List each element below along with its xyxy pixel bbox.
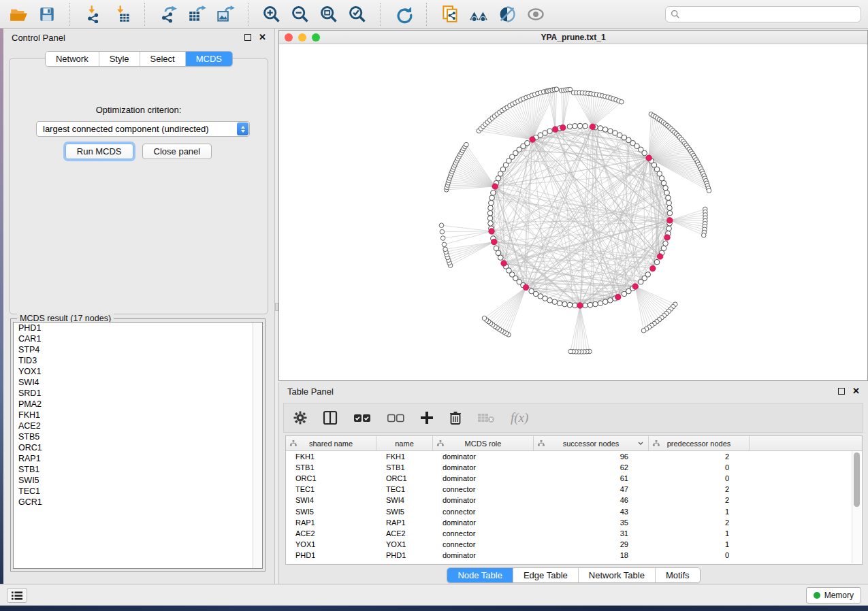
mcds-result-item[interactable]: PHD1: [14, 323, 262, 333]
hide-graphics-details-icon: [498, 5, 517, 24]
show-columns-button[interactable]: [323, 410, 338, 425]
search-input[interactable]: [684, 7, 861, 21]
duplicate-network-button[interactable]: [438, 3, 462, 26]
column-header-predecessor-nodes[interactable]: predecessor nodes: [649, 436, 750, 450]
cell-MCDS-role: dominator: [433, 496, 534, 504]
mcds-result-item[interactable]: TID3: [14, 355, 262, 366]
tab-select[interactable]: Select: [140, 52, 185, 66]
cell-MCDS-role: dominator: [433, 551, 534, 559]
network-window-titlebar[interactable]: YPA_prune.txt_1: [279, 31, 867, 44]
mcds-result-item[interactable]: SWI5: [14, 475, 262, 486]
mcds-list-scrollbar[interactable]: [253, 323, 262, 568]
column-header-shared-name[interactable]: shared name: [286, 436, 376, 450]
mcds-result-item[interactable]: FKH1: [14, 410, 262, 420]
cell-name: TEC1: [376, 485, 433, 493]
select-all-rows-button[interactable]: [353, 412, 371, 423]
mcds-result-list[interactable]: PHD1CAR1STP4TID3YOX1SWI4SRD1PMA2FKH1ACE2…: [13, 322, 263, 569]
column-header-name[interactable]: name: [376, 436, 433, 450]
node-table[interactable]: shared namenameMCDS rolesuccessor nodesp…: [285, 435, 863, 565]
tab-style[interactable]: Style: [99, 52, 140, 66]
zoom-selected-button[interactable]: [346, 3, 369, 26]
tab-node-table[interactable]: Node Table: [447, 568, 513, 582]
table-row[interactable]: STB1STB1dominator620: [286, 462, 862, 473]
mcds-result-item[interactable]: ORC1: [14, 442, 262, 453]
add-row-button[interactable]: [420, 411, 434, 425]
zoom-selected-icon: [348, 5, 367, 24]
open-file-button[interactable]: [7, 3, 30, 26]
panel-menu-button[interactable]: [7, 588, 27, 603]
toolbar-separator: [426, 3, 428, 26]
first-neighbors-button[interactable]: [467, 3, 490, 26]
mcds-result-item[interactable]: CAR1: [14, 333, 262, 344]
table-row[interactable]: ORC1ORC1dominator610: [286, 473, 862, 484]
mcds-result-item[interactable]: SWI4: [14, 377, 262, 388]
tab-network-table[interactable]: Network Table: [578, 568, 655, 582]
tab-edge-table[interactable]: Edge Table: [513, 568, 578, 582]
cell-shared-name: PHD1: [286, 551, 376, 559]
close-panel-icon[interactable]: ✕: [852, 388, 860, 395]
table-row[interactable]: SWI4SWI4dominator462: [286, 495, 862, 506]
delete-table-button[interactable]: [477, 412, 495, 424]
column-header-successor-nodes[interactable]: successor nodes: [534, 436, 649, 450]
table-row[interactable]: PHD1PHD1dominator180: [286, 550, 862, 561]
zoom-in-button[interactable]: [260, 3, 283, 26]
memory-button[interactable]: Memory: [806, 587, 861, 604]
open-file-icon: [10, 5, 28, 23]
tab-network[interactable]: Network: [46, 52, 99, 66]
mcds-result-item[interactable]: GCR1: [14, 497, 262, 508]
duplicate-network-icon: [441, 5, 460, 23]
tab-mcds[interactable]: MCDS: [185, 52, 232, 66]
export-table-button[interactable]: [185, 3, 208, 26]
close-panel-button[interactable]: Close panel: [142, 144, 212, 159]
zoom-fit-button[interactable]: [317, 3, 340, 26]
optimization-criterion-select[interactable]: largest connected component (undirected): [36, 121, 250, 137]
trash-icon: [449, 411, 462, 425]
save-session-button[interactable]: [35, 3, 59, 26]
table-scrollbar[interactable]: [852, 451, 861, 563]
delete-row-button[interactable]: [449, 411, 462, 425]
export-image-button[interactable]: [214, 3, 237, 26]
network-graph-canvas[interactable]: [279, 44, 867, 380]
tab-motifs[interactable]: Motifs: [655, 568, 700, 582]
close-panel-icon[interactable]: ✕: [259, 34, 266, 41]
mcds-result-item[interactable]: YOX1: [14, 366, 262, 377]
table-row[interactable]: FKH1FKH1dominator962: [286, 451, 862, 462]
zoom-out-button[interactable]: [289, 3, 312, 26]
cell-MCDS-role: connector: [433, 529, 534, 538]
search-box[interactable]: [665, 6, 861, 22]
table-row[interactable]: RAP1RAP1dominator352: [286, 517, 862, 528]
table-row[interactable]: YOX1YOX1connector291: [286, 539, 862, 550]
export-network-button[interactable]: [157, 3, 180, 26]
mcds-result-item[interactable]: RAP1: [14, 453, 262, 464]
mcds-result-item[interactable]: ACE2: [14, 420, 262, 431]
desktop-wallpaper-bottom: [0, 606, 868, 611]
mcds-result-item[interactable]: STB1: [14, 464, 262, 475]
table-row[interactable]: SWI5SWI5connector431: [286, 506, 862, 516]
import-table-button[interactable]: [110, 3, 133, 26]
function-builder-button[interactable]: f(x): [511, 410, 528, 425]
table-panel-title: Table Panel: [287, 386, 334, 397]
table-row[interactable]: ACE2ACE2connector311: [286, 528, 862, 539]
mcds-result-item[interactable]: STB5: [14, 431, 262, 442]
plus-icon: [420, 411, 434, 425]
mcds-result-item[interactable]: TEC1: [14, 486, 262, 497]
run-mcds-button[interactable]: Run MCDS: [65, 144, 133, 159]
attribute-tree-icon: [653, 440, 660, 446]
deselect-all-icon: [387, 412, 404, 423]
mcds-result-item[interactable]: PMA2: [14, 399, 262, 410]
table-scrollbar-thumb[interactable]: [854, 452, 860, 507]
show-graphics-details-button[interactable]: [524, 3, 547, 26]
table-row[interactable]: TEC1TEC1connector472: [286, 484, 862, 495]
refresh-button[interactable]: [392, 3, 415, 26]
mcds-result-item[interactable]: STP4: [14, 344, 262, 355]
column-header-MCDS-role[interactable]: MCDS role: [433, 436, 534, 450]
mcds-result-item[interactable]: SRD1: [14, 388, 262, 399]
import-network-button[interactable]: [82, 3, 105, 26]
cell-successor-nodes: 47: [534, 485, 649, 493]
float-panel-icon[interactable]: [838, 388, 845, 395]
hide-graphics-details-button[interactable]: [496, 3, 519, 26]
float-panel-icon[interactable]: [244, 34, 251, 41]
deselect-all-rows-button[interactable]: [387, 412, 404, 423]
table-toolbar: f(x): [283, 403, 863, 433]
table-settings-button[interactable]: [293, 411, 307, 425]
